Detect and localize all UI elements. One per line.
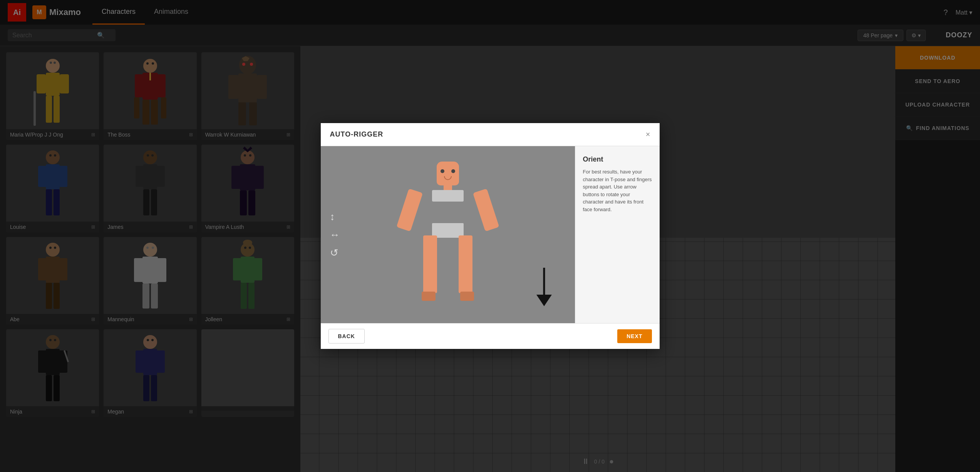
modal-body: ↕ ↔ ↺: [321, 146, 660, 323]
modal-close-button[interactable]: ×: [646, 130, 650, 139]
modal-rotation-controls: ↕ ↔ ↺: [330, 211, 340, 259]
reset-rotate-icon[interactable]: ↺: [330, 247, 340, 259]
arrow-annotation: [529, 264, 560, 312]
modal-title: AUTO-RIGGER: [330, 130, 384, 138]
orient-title: Orient: [583, 155, 652, 163]
svg-marker-100: [536, 295, 552, 306]
modal-sidebar: Orient For best results, have your chara…: [575, 146, 660, 323]
horizontal-rotate-icon[interactable]: ↔: [330, 229, 340, 241]
vertical-rotate-icon[interactable]: ↕: [330, 211, 340, 223]
modal-overlay: AUTO-RIGGER × ↕ ↔ ↺: [0, 0, 980, 472]
modal-footer: BACK NEXT: [321, 323, 660, 349]
orient-description: For best results, have your character in…: [583, 168, 652, 213]
modal-header: AUTO-RIGGER ×: [321, 123, 660, 146]
next-button[interactable]: NEXT: [617, 329, 652, 343]
auto-rigger-modal: AUTO-RIGGER × ↕ ↔ ↺: [321, 123, 660, 349]
modal-viewport: ↕ ↔ ↺: [321, 146, 575, 323]
back-button[interactable]: BACK: [328, 329, 365, 344]
